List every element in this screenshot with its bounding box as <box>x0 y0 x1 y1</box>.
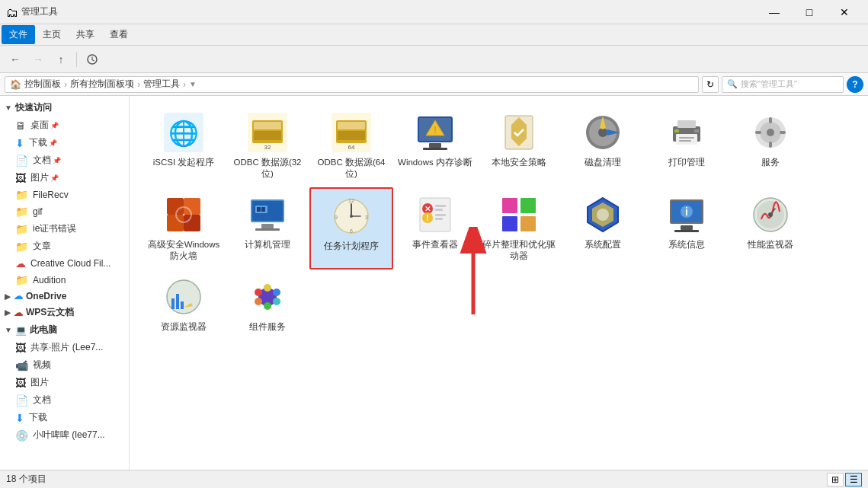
svg-text:32: 32 <box>264 144 271 151</box>
main-layout: ▼ 快速访问 🖥 桌面 ⬇ 下载 📄 文档 🖼 图片 📁 FileRecv 📁 … <box>0 96 868 470</box>
breadcrumb-dropdown[interactable]: ▼ <box>189 80 197 88</box>
icon-item-iscsi[interactable]: 🌐iSCSI 发起程序 <box>142 105 226 187</box>
sidebar-item-audition[interactable]: 📁 Audition <box>0 272 129 289</box>
icon-item-evt-viewer[interactable]: ✕!事件查看器 <box>393 187 477 270</box>
icon-item-odbc64[interactable]: 64ODBC 数据源(64位) <box>309 105 393 187</box>
menu-view[interactable]: 查看 <box>102 25 136 44</box>
sidebar-item-pictures[interactable]: 🖼 图片 <box>0 169 129 187</box>
sidebar-item-pictures2[interactable]: 🖼 图片 <box>0 374 129 391</box>
sidebar-onedrive[interactable]: ▶ ☁ OneDrive <box>0 289 129 304</box>
sidebar-item-desktop[interactable]: 🖥 桌面 <box>0 116 129 134</box>
icon-img-odbc32: 32 <box>248 113 287 152</box>
svg-rect-75 <box>502 216 517 231</box>
sidebar-item-video[interactable]: 📹 视频 <box>0 356 129 374</box>
icon-item-task-sched[interactable]: 12693任务计划程序 <box>309 187 393 270</box>
icon-item-local-sec[interactable]: 本地安全策略 <box>477 105 561 187</box>
icon-item-comp-svc[interactable]: 组件服务 <box>226 270 309 340</box>
icon-img-wmd: ! <box>415 113 455 152</box>
sidebar-item-downloads2[interactable]: ⬇ 下载 <box>0 409 129 426</box>
icon-label-res-mon: 资源监视器 <box>161 321 207 333</box>
view-list-button[interactable]: ☰ <box>845 473 862 486</box>
search-box[interactable]: 🔍 搜索"管理工具" <box>722 76 844 93</box>
svg-rect-6 <box>254 131 281 140</box>
sidebar-item-documents[interactable]: 📄 文档 <box>0 152 129 169</box>
svg-rect-19 <box>423 148 447 150</box>
recent-button[interactable] <box>82 49 103 70</box>
icon-label-odbc64: ODBC 数据源(64位) <box>314 157 389 180</box>
address-bar: 🏠 控制面板 › 所有控制面板项 › 管理工具 › ▼ ↻ 🔍 搜索"管理工具"… <box>0 73 868 96</box>
sidebar-item-documents2[interactable]: 📄 文档 <box>0 391 129 409</box>
icon-img-print-mgr <box>667 113 706 152</box>
sidebar-item-ie-error[interactable]: 📁 ie证书错误 <box>0 220 129 238</box>
svg-rect-86 <box>681 225 693 230</box>
breadcrumb-home-icon: 🏠 <box>10 79 21 90</box>
sidebar-item-article[interactable]: 📁 文章 <box>0 238 129 255</box>
back-button[interactable]: ← <box>5 49 26 70</box>
svg-point-99 <box>255 289 262 296</box>
sidebar-quick-access[interactable]: ▼ 快速访问 <box>0 99 129 116</box>
view-buttons: ⊞ ☰ <box>827 473 862 486</box>
toolbar-separator <box>76 52 77 67</box>
icon-item-defrag[interactable]: 碎片整理和优化驱动器 <box>477 187 561 270</box>
sidebar-item-downloads[interactable]: ⬇ 下载 <box>0 134 129 152</box>
video-label: 视频 <box>33 359 51 372</box>
menu-home[interactable]: 主页 <box>35 25 69 44</box>
icon-item-perf-mon[interactable]: 性能监视器 <box>729 187 812 270</box>
svg-rect-30 <box>677 120 696 128</box>
icon-label-sys-info: 系统信息 <box>668 239 705 250</box>
desktop-label: 桌面 <box>30 119 49 132</box>
view-large-button[interactable]: ⊞ <box>827 473 844 486</box>
breadcrumb[interactable]: 🏠 控制面板 › 所有控制面板项 › 管理工具 › ▼ <box>5 76 699 93</box>
menu-file[interactable]: 文件 <box>2 25 35 44</box>
icon-item-adv-firewall[interactable]: 高级安全Windows 防火墙 <box>142 187 226 270</box>
icon-item-res-mon[interactable]: 资源监视器 <box>142 270 226 340</box>
sidebar-item-creative-cloud[interactable]: ☁ Creative Cloud Fil... <box>0 255 129 272</box>
breadcrumb-mgmt[interactable]: 管理工具 <box>143 78 180 91</box>
icon-label-comp-svc: 组件服务 <box>249 321 286 333</box>
desktop-icon: 🖥 <box>15 120 26 132</box>
sidebar-item-shared-photos[interactable]: 🖼 共享·照片 (Lee7... <box>0 339 129 356</box>
icon-item-sys-config[interactable]: 系统配置 <box>561 187 645 270</box>
ie-error-icon: 📁 <box>15 223 28 235</box>
close-button[interactable]: ✕ <box>827 0 862 24</box>
sidebar-item-filerecv[interactable]: 📁 FileRecv <box>0 187 129 203</box>
svg-rect-67 <box>435 205 446 207</box>
menu-share[interactable]: 共享 <box>69 25 102 44</box>
svg-point-101 <box>255 298 262 305</box>
title-bar-controls: — □ ✕ <box>757 0 862 24</box>
search-placeholder: 搜索"管理工具" <box>741 78 797 90</box>
sidebar-item-music[interactable]: 💿 小叶啤啤 (lee77... <box>0 426 129 444</box>
icon-item-sys-info[interactable]: i系统信息 <box>645 187 729 270</box>
svg-rect-44 <box>167 215 184 231</box>
ie-error-label: ie证书错误 <box>33 222 76 235</box>
icon-item-disk-mgr[interactable]: 磁盘清理 <box>561 105 645 187</box>
svg-rect-18 <box>429 143 441 148</box>
sidebar-item-gif[interactable]: 📁 gif <box>0 203 129 220</box>
svg-rect-74 <box>520 198 536 213</box>
sidebar-wps[interactable]: ▶ ☁ WPS云文档 <box>0 304 129 321</box>
svg-rect-71 <box>435 214 446 216</box>
expand-icon-wps: ▶ <box>5 308 11 317</box>
forward-button[interactable]: → <box>27 49 49 70</box>
breadcrumb-cp[interactable]: 控制面板 <box>24 78 61 91</box>
icon-item-services[interactable]: 服务 <box>729 105 812 187</box>
audition-icon: 📁 <box>15 274 28 286</box>
sidebar-this-pc[interactable]: ▼ 💻 此电脑 <box>0 321 129 339</box>
refresh-button[interactable]: ↻ <box>702 76 719 93</box>
svg-rect-50 <box>255 228 280 231</box>
icon-item-wmd[interactable]: !Windows 内存诊断 <box>393 105 477 187</box>
icon-item-print-mgr[interactable]: 打印管理 <box>645 105 729 187</box>
icon-item-odbc32[interactable]: 32ODBC 数据源(32位) <box>226 105 309 187</box>
breadcrumb-all-cp[interactable]: 所有控制面板项 <box>70 78 134 91</box>
help-button[interactable]: ? <box>847 76 863 93</box>
up-button[interactable]: ↑ <box>50 49 72 70</box>
icon-img-services <box>751 113 790 152</box>
documents2-icon: 📄 <box>15 394 28 407</box>
icon-img-comp-svc <box>248 277 287 317</box>
downloads2-icon: ⬇ <box>15 412 24 424</box>
status-count: 18 个项目 <box>6 473 46 486</box>
maximize-button[interactable]: □ <box>792 0 827 24</box>
minimize-button[interactable]: — <box>757 0 792 24</box>
icon-item-comp-mgr[interactable]: 计算机管理 <box>226 187 309 270</box>
svg-rect-72 <box>435 218 443 220</box>
